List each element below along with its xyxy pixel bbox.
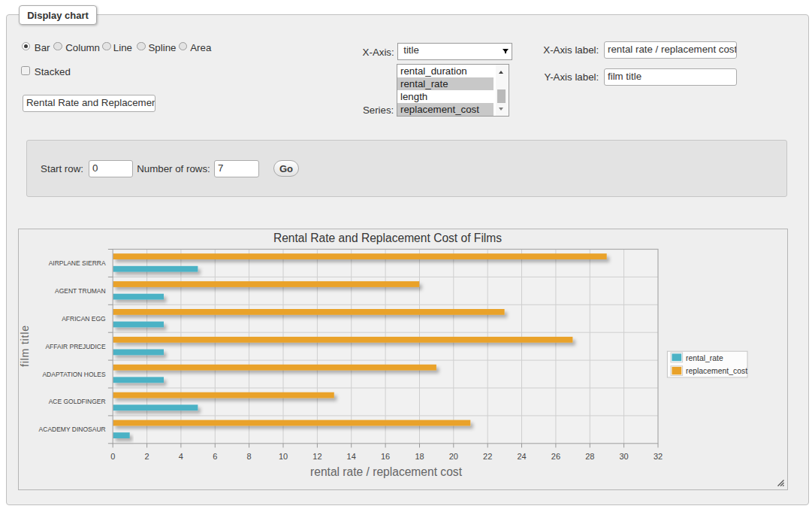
svg-text:12: 12 <box>312 452 321 461</box>
svg-text:22: 22 <box>483 452 492 461</box>
svg-text:14: 14 <box>347 452 356 461</box>
svg-text:24: 24 <box>518 452 527 461</box>
svg-text:AFFAIR PREJUDICE: AFFAIR PREJUDICE <box>46 343 107 350</box>
svg-text:30: 30 <box>620 452 629 461</box>
svg-text:ADAPTATION HOLES: ADAPTATION HOLES <box>43 371 107 378</box>
svg-text:28: 28 <box>585 452 594 461</box>
svg-text:rental_rate: rental_rate <box>686 354 723 362</box>
svg-text:10: 10 <box>279 452 288 461</box>
svg-text:film title: film title <box>19 325 31 367</box>
svg-text:AGENT TRUMAN: AGENT TRUMAN <box>55 287 106 295</box>
svg-text:8: 8 <box>247 452 252 461</box>
svg-text:2: 2 <box>145 452 149 461</box>
svg-text:Rental Rate and Replacement Co: Rental Rate and Replacement Cost of Film… <box>273 232 502 244</box>
svg-text:ACE GOLDFINGER: ACE GOLDFINGER <box>49 398 106 406</box>
svg-text:AIRPLANE SIERRA: AIRPLANE SIERRA <box>49 259 106 267</box>
svg-text:AFRICAN EGG: AFRICAN EGG <box>62 315 106 323</box>
svg-text:20: 20 <box>449 452 458 461</box>
svg-text:4: 4 <box>179 452 183 461</box>
svg-text:6: 6 <box>213 452 217 461</box>
svg-text:26: 26 <box>551 452 560 461</box>
svg-text:32: 32 <box>654 452 663 461</box>
svg-text:18: 18 <box>415 452 424 461</box>
svg-text:rental rate / replacement cost: rental rate / replacement cost <box>310 465 463 478</box>
svg-text:0: 0 <box>110 452 115 461</box>
svg-text:16: 16 <box>381 452 390 461</box>
svg-text:ACADEMY DINOSAUR: ACADEMY DINOSAUR <box>39 426 106 434</box>
svg-text:replacement_cost: replacement_cost <box>686 368 747 376</box>
